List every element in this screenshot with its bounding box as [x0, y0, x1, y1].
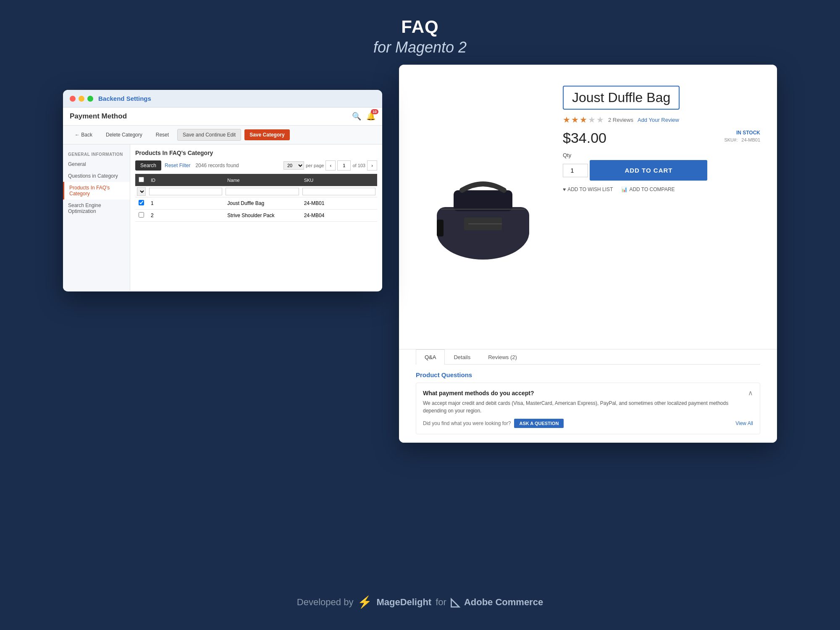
reviews-count: 2 Reviews	[608, 117, 633, 123]
add-to-compare-button[interactable]: 📊 ADD TO COMPARE	[621, 186, 675, 192]
page-number-input[interactable]	[337, 160, 351, 171]
traffic-lights	[70, 96, 93, 102]
row-checkbox-cell-2	[135, 210, 147, 222]
delete-category-button[interactable]: Delete Category	[101, 129, 147, 140]
search-icon[interactable]: 🔍	[352, 112, 361, 121]
wishlist-row: ♥ ADD TO WISH LIST 📊 ADD TO COMPARE	[563, 186, 760, 192]
search-button[interactable]: Search	[135, 160, 161, 171]
tab-details[interactable]: Details	[445, 349, 479, 365]
footer-brand1: MageDelight	[376, 597, 431, 608]
sku-value: 24-MB01	[741, 137, 760, 142]
reset-button[interactable]: Reset	[151, 129, 174, 140]
table-area: Products In FAQ's Category Search Reset …	[130, 144, 382, 291]
backend-body: GENERAL INFORMATION General Questions in…	[63, 144, 382, 291]
footer-text: Developed by ⚡ MageDelight for ◺ Adobe C…	[297, 595, 543, 609]
maximize-button[interactable]	[87, 96, 93, 102]
qty-input[interactable]	[563, 164, 588, 177]
add-review-link[interactable]: Add Your Review	[638, 117, 679, 123]
star-4: ★	[588, 115, 596, 125]
backend-content: Payment Method 🔍 🔔 10 ← Back Delete Cate…	[63, 108, 382, 291]
heart-icon: ♥	[563, 186, 566, 192]
wishlist-label: ADD TO WISH LIST	[567, 186, 613, 192]
product-questions-title: Product Questions	[416, 371, 760, 378]
tab-qa[interactable]: Q&A	[416, 349, 445, 365]
sku-label: SKU#:	[724, 137, 738, 142]
magedelight-logo-icon: ⚡	[357, 595, 372, 609]
save-continue-button[interactable]: Save and Continue Edit	[177, 129, 241, 141]
row-sku-2: 24-MB04	[301, 210, 377, 222]
back-button[interactable]: ← Back	[70, 129, 97, 140]
sidebar-item-questions[interactable]: Questions in Category	[63, 170, 130, 182]
collapse-icon[interactable]: ∧	[748, 389, 753, 397]
per-page-select[interactable]: 20 50 100	[284, 161, 304, 170]
filter-id-input[interactable]	[149, 188, 222, 195]
frontend-content: Joust Duffle Bag ★ ★ ★ ★ ★ 2 Reviews Add…	[399, 65, 777, 443]
question-block: What payment methods do you accept? ∧ We…	[416, 383, 760, 434]
qty-label: Qty	[563, 152, 760, 158]
select-all-header[interactable]	[135, 174, 147, 186]
per-page-label: per page	[306, 163, 324, 168]
page-header: FAQ for Magento 2	[373, 17, 467, 56]
notification-icon[interactable]: 🔔 10	[366, 112, 375, 121]
panel-title: Backend Settings	[98, 95, 151, 102]
close-button[interactable]	[70, 96, 76, 102]
footer-developed-by: Developed by	[297, 597, 354, 608]
next-page-button[interactable]: ›	[367, 160, 377, 171]
pagination-controls: 20 50 100 per page ‹ of 103 ›	[284, 160, 377, 171]
row-name-1: Joust Duffle Bag	[224, 197, 300, 210]
page-subtitle: for Magento 2	[373, 39, 467, 56]
row-sku-1: 24-MB01	[301, 197, 377, 210]
adobe-logo-icon: ◺	[451, 595, 460, 609]
in-stock-label: IN STOCK	[724, 130, 760, 136]
minimize-button[interactable]	[79, 96, 84, 102]
product-price: $34.00	[563, 130, 606, 146]
svg-rect-2	[454, 190, 512, 211]
backend-sidebar: GENERAL INFORMATION General Questions in…	[63, 144, 130, 291]
filter-name-input[interactable]	[226, 188, 299, 195]
product-image-area	[416, 81, 550, 341]
table-section-title: Products In FAQ's Category	[135, 150, 377, 156]
sidebar-item-products[interactable]: Products In FAQ's Category	[63, 182, 130, 200]
footer-brand2: Adobe Commerce	[464, 597, 543, 608]
row-checkbox-2[interactable]	[139, 212, 144, 218]
star-3: ★	[580, 115, 587, 125]
product-name-box: Joust Duffle Bag	[563, 86, 680, 110]
tabs-section: Q&A Details Reviews (2) Product Question…	[399, 349, 777, 443]
row-checkbox-1[interactable]	[139, 200, 144, 205]
reset-filter-link[interactable]: Reset Filter	[165, 163, 190, 168]
product-area: Joust Duffle Bag ★ ★ ★ ★ ★ 2 Reviews Add…	[399, 65, 777, 349]
notification-badge: 10	[371, 109, 378, 114]
view-all-link[interactable]: View All	[735, 420, 753, 426]
tab-reviews[interactable]: Reviews (2)	[479, 349, 526, 365]
sku-info: SKU#: 24-MB01	[724, 137, 760, 142]
topbar-icons: 🔍 🔔 10	[352, 112, 375, 121]
row-id-2: 2	[147, 210, 224, 222]
page-footer: Developed by ⚡ MageDelight for ◺ Adobe C…	[297, 595, 543, 609]
backend-topbar: Payment Method 🔍 🔔 10	[63, 108, 382, 126]
action-bar: ← Back Delete Category Reset Save and Co…	[63, 126, 382, 144]
add-to-cart-button[interactable]: ADD TO CART	[590, 160, 707, 181]
prev-page-button[interactable]: ‹	[326, 160, 336, 171]
sidebar-item-seo[interactable]: Search Engine Optimization	[63, 200, 130, 217]
answer-text: We accept major credit and debit cards (…	[423, 399, 753, 415]
add-to-wishlist-button[interactable]: ♥ ADD TO WISH LIST	[563, 186, 613, 192]
star-1: ★	[563, 115, 570, 125]
compare-label: ADD TO COMPARE	[629, 186, 675, 192]
price-row: $34.00 IN STOCK SKU#: 24-MB01	[563, 130, 760, 146]
filter-name-cell	[224, 186, 300, 197]
frontend-panel: Joust Duffle Bag ★ ★ ★ ★ ★ 2 Reviews Add…	[399, 65, 777, 443]
select-all-checkbox[interactable]	[139, 177, 144, 182]
filter-sku-cell	[301, 186, 377, 197]
sidebar-item-general[interactable]: General	[63, 158, 130, 170]
row-id-1: 1	[147, 197, 224, 210]
filter-yes-no-select[interactable]: YesNo	[137, 187, 146, 196]
save-category-button[interactable]: Save Category	[244, 129, 289, 140]
ask-question-button[interactable]: ASK A QUESTION	[514, 419, 564, 428]
table-toolbar: Search Reset Filter 2046 records found 2…	[135, 160, 377, 171]
table-row: 1 Joust Duffle Bag 24-MB01	[135, 197, 377, 210]
filter-sku-input[interactable]	[302, 188, 375, 195]
product-name: Joust Duffle Bag	[572, 90, 670, 105]
filter-id-cell	[147, 186, 224, 197]
records-info: 2046 records found	[195, 163, 239, 168]
stock-info: IN STOCK SKU#: 24-MB01	[724, 130, 760, 143]
